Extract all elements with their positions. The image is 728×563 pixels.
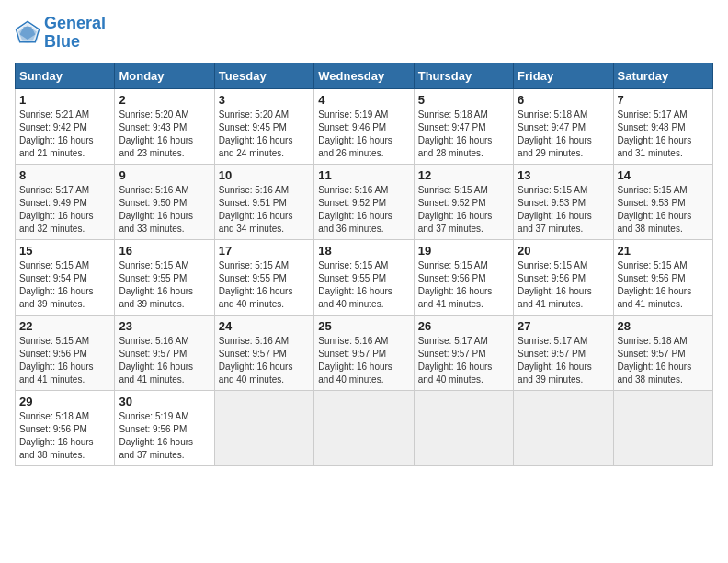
day-info: Sunrise: 5:15 AMSunset: 9:54 PMDaylight:…	[19, 259, 110, 311]
day-info: Sunrise: 5:16 AMSunset: 9:51 PMDaylight:…	[219, 184, 310, 236]
calendar-cell: 18 Sunrise: 5:15 AMSunset: 9:55 PMDaylig…	[314, 239, 414, 315]
day-number: 6	[518, 93, 609, 107]
day-number: 8	[19, 168, 110, 182]
day-info: Sunrise: 5:17 AMSunset: 9:57 PMDaylight:…	[418, 335, 509, 386]
day-number: 24	[219, 319, 310, 333]
day-info: Sunrise: 5:17 AMSunset: 9:48 PMDaylight:…	[618, 109, 709, 160]
calendar-cell: 17 Sunrise: 5:15 AMSunset: 9:55 PMDaylig…	[214, 239, 313, 315]
day-info: Sunrise: 5:21 AMSunset: 9:42 PMDaylight:…	[19, 109, 110, 160]
calendar-cell: 24 Sunrise: 5:16 AMSunset: 9:57 PMDaylig…	[214, 315, 313, 390]
calendar-cell: 8 Sunrise: 5:17 AMSunset: 9:49 PMDayligh…	[16, 164, 115, 239]
day-info: Sunrise: 5:15 AMSunset: 9:52 PMDaylight:…	[418, 184, 509, 236]
day-number: 27	[518, 319, 609, 333]
weekday-header-sunday: Sunday	[16, 63, 115, 88]
day-number: 19	[418, 244, 509, 258]
day-number: 12	[418, 168, 509, 182]
day-info: Sunrise: 5:15 AMSunset: 9:56 PMDaylight:…	[518, 259, 609, 311]
day-info: Sunrise: 5:15 AMSunset: 9:55 PMDaylight:…	[318, 259, 409, 311]
calendar-cell: 1 Sunrise: 5:21 AMSunset: 9:42 PMDayligh…	[16, 88, 115, 164]
calendar-cell: 12 Sunrise: 5:15 AMSunset: 9:52 PMDaylig…	[414, 164, 513, 239]
day-number: 21	[618, 244, 709, 258]
calendar-cell: 14 Sunrise: 5:15 AMSunset: 9:53 PMDaylig…	[613, 164, 712, 239]
day-number: 25	[318, 319, 409, 333]
calendar-cell: 26 Sunrise: 5:17 AMSunset: 9:57 PMDaylig…	[414, 315, 513, 390]
day-info: Sunrise: 5:15 AMSunset: 9:55 PMDaylight:…	[219, 259, 310, 311]
day-number: 5	[418, 93, 509, 107]
day-info: Sunrise: 5:16 AMSunset: 9:52 PMDaylight:…	[318, 184, 409, 236]
calendar-cell: 23 Sunrise: 5:16 AMSunset: 9:57 PMDaylig…	[115, 315, 214, 390]
day-number: 10	[219, 168, 310, 182]
weekday-header-friday: Friday	[514, 63, 613, 88]
calendar-cell: 10 Sunrise: 5:16 AMSunset: 9:51 PMDaylig…	[214, 164, 313, 239]
calendar-cell: 20 Sunrise: 5:15 AMSunset: 9:56 PMDaylig…	[514, 239, 613, 315]
day-info: Sunrise: 5:15 AMSunset: 9:53 PMDaylight:…	[518, 184, 609, 236]
day-info: Sunrise: 5:17 AMSunset: 9:49 PMDaylight:…	[19, 184, 110, 236]
calendar-cell: 2 Sunrise: 5:20 AMSunset: 9:43 PMDayligh…	[115, 88, 214, 164]
day-info: Sunrise: 5:16 AMSunset: 9:57 PMDaylight:…	[219, 335, 310, 386]
calendar-table: SundayMondayTuesdayWednesdayThursdayFrid…	[15, 63, 713, 466]
calendar-cell	[514, 390, 613, 465]
calendar-cell: 27 Sunrise: 5:17 AMSunset: 9:57 PMDaylig…	[514, 315, 613, 390]
day-number: 11	[318, 168, 409, 182]
day-number: 14	[618, 168, 709, 182]
logo-text: General Blue	[44, 15, 106, 52]
calendar-cell: 5 Sunrise: 5:18 AMSunset: 9:47 PMDayligh…	[414, 88, 513, 164]
calendar-cell	[414, 390, 513, 465]
day-number: 4	[318, 93, 409, 107]
calendar-cell	[314, 390, 414, 465]
calendar-cell: 21 Sunrise: 5:15 AMSunset: 9:56 PMDaylig…	[613, 239, 712, 315]
page-header: General Blue	[15, 15, 713, 52]
day-number: 28	[618, 319, 709, 333]
weekday-header-tuesday: Tuesday	[214, 63, 313, 88]
logo: General Blue	[15, 15, 106, 52]
calendar-cell	[214, 390, 313, 465]
calendar-cell: 9 Sunrise: 5:16 AMSunset: 9:50 PMDayligh…	[115, 164, 214, 239]
day-number: 20	[518, 244, 609, 258]
calendar-cell: 19 Sunrise: 5:15 AMSunset: 9:56 PMDaylig…	[414, 239, 513, 315]
calendar-cell: 4 Sunrise: 5:19 AMSunset: 9:46 PMDayligh…	[314, 88, 414, 164]
day-info: Sunrise: 5:20 AMSunset: 9:45 PMDaylight:…	[219, 109, 310, 160]
day-number: 7	[618, 93, 709, 107]
day-info: Sunrise: 5:15 AMSunset: 9:56 PMDaylight:…	[19, 335, 110, 386]
day-number: 22	[19, 319, 110, 333]
day-info: Sunrise: 5:16 AMSunset: 9:57 PMDaylight:…	[318, 335, 409, 386]
calendar-cell: 3 Sunrise: 5:20 AMSunset: 9:45 PMDayligh…	[214, 88, 313, 164]
calendar-cell	[613, 390, 712, 465]
day-number: 13	[518, 168, 609, 182]
calendar-cell: 7 Sunrise: 5:17 AMSunset: 9:48 PMDayligh…	[613, 88, 712, 164]
day-number: 18	[318, 244, 409, 258]
calendar-cell: 11 Sunrise: 5:16 AMSunset: 9:52 PMDaylig…	[314, 164, 414, 239]
day-number: 17	[219, 244, 310, 258]
day-number: 30	[119, 395, 210, 408]
day-info: Sunrise: 5:19 AMSunset: 9:56 PMDaylight:…	[119, 410, 210, 462]
day-number: 2	[119, 93, 210, 107]
day-info: Sunrise: 5:16 AMSunset: 9:50 PMDaylight:…	[119, 184, 210, 236]
day-info: Sunrise: 5:18 AMSunset: 9:47 PMDaylight:…	[418, 109, 509, 160]
calendar-cell: 29 Sunrise: 5:18 AMSunset: 9:56 PMDaylig…	[16, 390, 115, 465]
day-info: Sunrise: 5:16 AMSunset: 9:57 PMDaylight:…	[119, 335, 210, 386]
day-info: Sunrise: 5:15 AMSunset: 9:56 PMDaylight:…	[618, 259, 709, 311]
day-info: Sunrise: 5:15 AMSunset: 9:56 PMDaylight:…	[418, 259, 509, 311]
logo-icon	[15, 20, 40, 46]
weekday-header-monday: Monday	[115, 63, 214, 88]
day-number: 9	[119, 168, 210, 182]
calendar-cell: 16 Sunrise: 5:15 AMSunset: 9:55 PMDaylig…	[115, 239, 214, 315]
day-info: Sunrise: 5:18 AMSunset: 9:47 PMDaylight:…	[518, 109, 609, 160]
day-number: 16	[119, 244, 210, 258]
calendar-cell: 28 Sunrise: 5:18 AMSunset: 9:57 PMDaylig…	[613, 315, 712, 390]
day-info: Sunrise: 5:15 AMSunset: 9:53 PMDaylight:…	[618, 184, 709, 236]
calendar-cell: 15 Sunrise: 5:15 AMSunset: 9:54 PMDaylig…	[16, 239, 115, 315]
day-number: 1	[19, 93, 110, 107]
day-info: Sunrise: 5:15 AMSunset: 9:55 PMDaylight:…	[119, 259, 210, 311]
day-info: Sunrise: 5:18 AMSunset: 9:57 PMDaylight:…	[618, 335, 709, 386]
day-number: 15	[19, 244, 110, 258]
day-number: 29	[19, 395, 110, 408]
calendar-cell: 13 Sunrise: 5:15 AMSunset: 9:53 PMDaylig…	[514, 164, 613, 239]
calendar-cell: 22 Sunrise: 5:15 AMSunset: 9:56 PMDaylig…	[16, 315, 115, 390]
day-number: 26	[418, 319, 509, 333]
calendar-cell: 6 Sunrise: 5:18 AMSunset: 9:47 PMDayligh…	[514, 88, 613, 164]
day-info: Sunrise: 5:18 AMSunset: 9:56 PMDaylight:…	[19, 410, 110, 462]
calendar-cell: 25 Sunrise: 5:16 AMSunset: 9:57 PMDaylig…	[314, 315, 414, 390]
weekday-header-thursday: Thursday	[414, 63, 513, 88]
day-number: 23	[119, 319, 210, 333]
